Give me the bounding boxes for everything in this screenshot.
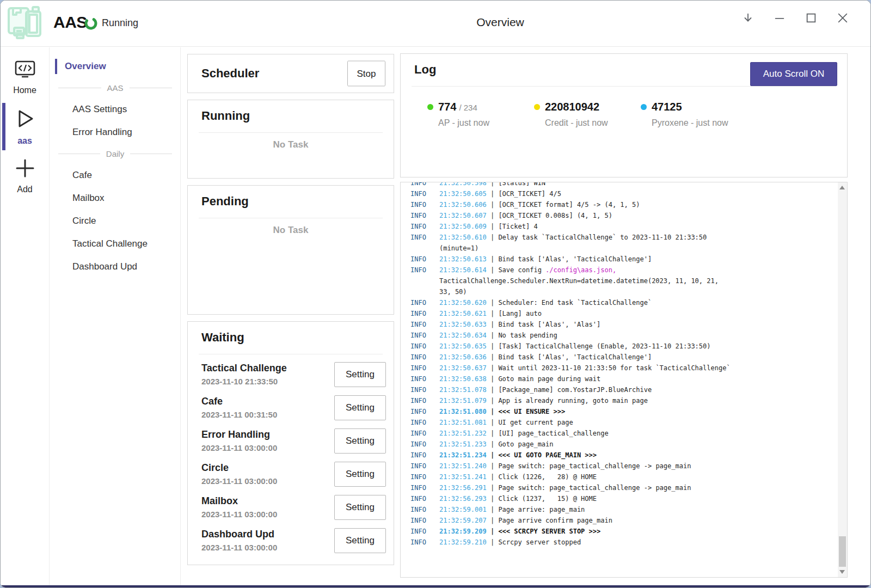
log-text: Page arrive confirm page_main [498, 517, 612, 524]
log-level: INFO [410, 515, 439, 526]
sidebar-item-home[interactable]: Home [1, 54, 49, 101]
log-text: Scheduler: End task `TacticalChallenge` [498, 299, 652, 307]
log-timestamp: 21:32:51.078 [439, 386, 487, 394]
nav-item-tactical-challenge[interactable]: Tactical Challenge [50, 232, 180, 255]
divider [412, 86, 836, 87]
stat-label: AP - just now [438, 118, 534, 128]
stop-button[interactable]: Stop [347, 61, 385, 87]
log-scrollbar[interactable] [838, 182, 847, 577]
log-line: INFO21:32:50.621 | [Lang] auto [410, 308, 835, 319]
running-title: Running [201, 109, 250, 123]
nav-section-divider: Daily [58, 144, 172, 164]
waiting-task-row: Error Handling2023-11-11 03:00:00Setting [188, 424, 394, 457]
log-timestamp: 21:32:51.232 [439, 430, 487, 437]
nav-item-cafe[interactable]: Cafe [50, 164, 180, 187]
nav-item-error-handling[interactable]: Error Handling [50, 121, 180, 144]
log-timestamp: 21:32:59.210 [439, 538, 487, 546]
log-level: INFO [410, 493, 439, 504]
log-line: INFO21:32:59.001 | Page arrive: page_mai… [410, 504, 835, 515]
log-message: (minute=1) [439, 243, 479, 254]
log-message: 21:32:50.621 | [Lang] auto [439, 308, 542, 319]
log-level: INFO [410, 461, 439, 471]
maximize-icon[interactable] [804, 11, 818, 25]
divider [199, 218, 383, 218]
setting-button-tactical-challenge[interactable]: Setting [334, 362, 386, 387]
log-text: (minute=1) [439, 244, 479, 252]
log-separator: | [487, 538, 499, 546]
stat-value-row: 47125 [652, 101, 747, 113]
update-download-icon[interactable] [741, 11, 755, 25]
running-card: Running No Task [187, 100, 394, 179]
running-status: Running [102, 17, 138, 29]
log-timestamp: 21:32:50.598 [439, 182, 487, 187]
auto-scroll-button[interactable]: Auto Scroll ON [750, 62, 837, 86]
log-card: Log Auto Scroll ON 774/ 234AP - just now… [400, 53, 848, 177]
log-separator: | [487, 397, 499, 405]
log-text: Delay task `TacticalChallenge` to 2023-1… [498, 234, 707, 241]
log-text: [Status] WIN [498, 182, 545, 187]
log-message: 21:32:51.080 | <<< UI ENSURE >>> [439, 406, 565, 417]
log-line: INFO21:32:50.634 | No task pending [410, 330, 835, 341]
page-title: Overview [476, 16, 524, 29]
log-console[interactable]: INFO21:32:50.598 | [Status] WININFO21:32… [400, 182, 848, 578]
nav-item-overview[interactable]: Overview [50, 55, 180, 78]
log-timestamp: 21:32:56.293 [439, 495, 487, 503]
nav-item-circle[interactable]: Circle [50, 210, 180, 232]
stat-label: Pyroxene - just now [652, 118, 747, 128]
log-separator: | [487, 451, 499, 459]
log-text: UI get current page [498, 419, 573, 426]
log-level [410, 243, 439, 254]
waiting-task-name: Mailbox [201, 495, 277, 507]
log-line: INFO21:32:51.080 | <<< UI ENSURE >>> [410, 406, 835, 417]
log-timestamp: 21:32:50.607 [439, 212, 487, 219]
waiting-task-row: Mailbox2023-11-11 03:00:00Setting [188, 491, 394, 524]
log-line: INFO21:32:51.081 | UI get current page [410, 417, 835, 428]
log-message: 21:32:59.207 | Page arrive confirm page_… [439, 515, 612, 526]
log-timestamp: 21:32:50.638 [439, 375, 487, 383]
log-level: INFO [410, 254, 439, 265]
close-icon[interactable] [836, 11, 850, 25]
log-line: (minute=1) [410, 243, 835, 254]
log-message: 21:32:51.079 | App is already running, g… [439, 395, 648, 406]
log-level: INFO [410, 363, 439, 373]
sidebar-item-add[interactable]: Add [1, 152, 49, 200]
log-separator: | [487, 375, 499, 383]
stat-value-row: 220810942 [545, 101, 641, 113]
running-empty-text: No Task [188, 139, 394, 150]
setting-button-mailbox[interactable]: Setting [334, 495, 386, 520]
nav-item-aas-settings[interactable]: AAS Settings [50, 98, 180, 121]
log-text: Scrcpy server stopped [498, 538, 581, 546]
log-title: Log [414, 63, 436, 77]
log-line: INFO21:32:50.637 | Wait until 2023-11-10… [410, 363, 835, 373]
log-message: 21:32:50.620 | Scheduler: End task `Tact… [439, 297, 652, 308]
setting-button-cafe[interactable]: Setting [334, 395, 386, 420]
nav-item-mailbox[interactable]: Mailbox [50, 187, 180, 210]
waiting-task-info: Error Handling2023-11-11 03:00:00 [201, 429, 277, 452]
waiting-task-time: 2023-11-11 03:00:00 [201, 443, 277, 452]
nav-item-dashboard-upd[interactable]: Dashboard Upd [50, 255, 180, 278]
log-message: 33, 50) [439, 286, 467, 297]
log-text: Page switch: page_tactical_challenge -> … [498, 484, 691, 492]
stat-fraction: / 234 [459, 103, 477, 112]
log-timestamp: 21:32:50.635 [439, 342, 487, 350]
nav-section-label: AAS [101, 83, 130, 93]
sidebar-item-aas[interactable]: aas [1, 101, 49, 152]
scrollbar-down-icon[interactable] [839, 570, 845, 574]
scrollbar-up-icon[interactable] [839, 186, 845, 189]
pending-title: Pending [201, 194, 249, 209]
setting-button-circle[interactable]: Setting [334, 462, 386, 487]
log-text: <<< UI ENSURE >>> [498, 408, 565, 415]
setting-button-dashboard-upd[interactable]: Setting [334, 528, 386, 553]
log-message: 21:32:50.605 | [OCR_TICKET] 4/5 [439, 188, 561, 199]
scrollbar-thumb[interactable] [839, 536, 846, 567]
log-level: INFO [410, 471, 439, 482]
log-message: 21:32:56.293 | Click (1237, 15) @ HOME [439, 493, 597, 504]
log-level: INFO [410, 319, 439, 330]
minimize-icon[interactable] [772, 11, 787, 25]
log-text: No task pending [498, 332, 557, 339]
sidebar-item-label: Home [13, 85, 36, 95]
log-text: 33, 50) [439, 288, 467, 296]
stat-value: 220810942 [545, 101, 599, 113]
setting-button-error-handling[interactable]: Setting [334, 428, 386, 454]
log-separator: | [487, 332, 499, 339]
